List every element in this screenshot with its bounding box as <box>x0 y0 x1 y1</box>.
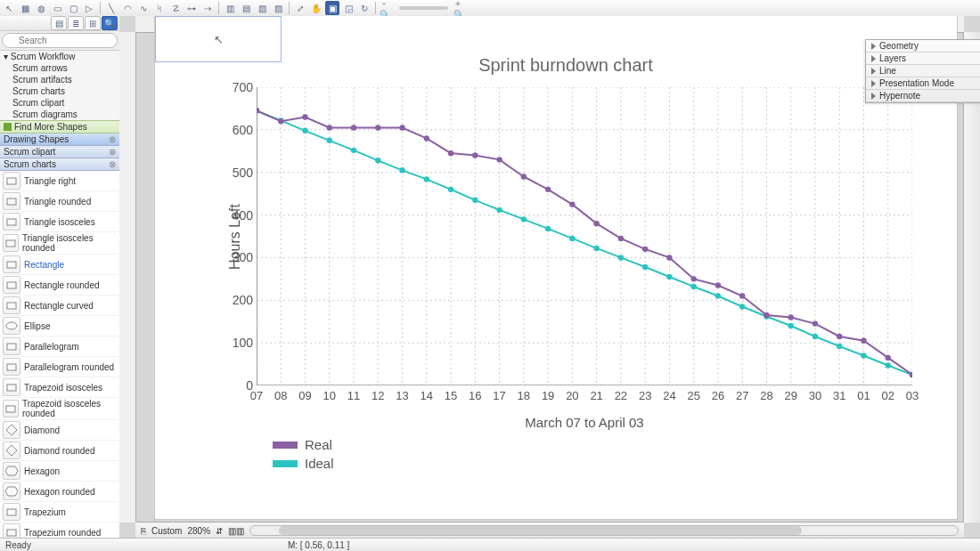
svg-point-63 <box>375 158 380 163</box>
refresh-icon[interactable]: ↻ <box>357 1 372 15</box>
free-icon[interactable]: ∿ <box>136 1 151 15</box>
vertical-scrollbar[interactable] <box>963 32 980 523</box>
close-icon[interactable]: ⊗ <box>109 134 116 144</box>
lib-header[interactable]: Scrum clipart⊗ <box>0 146 119 158</box>
inspector-row[interactable]: Geometry <box>866 40 980 53</box>
lib-header[interactable]: Drawing Shapes⊗ <box>0 134 119 146</box>
shape-label: Triangle right <box>24 176 76 186</box>
tree-item[interactable]: Scrum charts <box>0 85 119 97</box>
y-tick: 700 <box>233 80 257 94</box>
svg-point-100 <box>569 201 575 207</box>
align1-icon[interactable]: ▥ <box>223 1 237 15</box>
shape-label: Trapezium rounded <box>24 528 101 538</box>
stepper-icon[interactable]: ⇵ <box>216 526 223 536</box>
shape-item[interactable]: Trapezoid isosceles <box>0 377 119 398</box>
box-icon[interactable]: ▭ <box>50 1 64 15</box>
bezier-icon[interactable]: ☡ <box>168 1 183 15</box>
svg-rect-11 <box>6 406 15 412</box>
lib-tab-grid-icon[interactable]: ⊞ <box>85 16 101 30</box>
tree-item[interactable]: Scrum diagrams <box>0 109 119 120</box>
page-navigator[interactable]: ↖ <box>155 16 282 62</box>
inspector-row[interactable]: Hypernote <box>866 90 980 102</box>
shape-label: Triangle rounded <box>24 197 91 207</box>
globe-icon[interactable]: ◍ <box>34 1 48 15</box>
view-strip-icon[interactable]: ▥▥ <box>228 526 244 536</box>
y-tick: 100 <box>233 336 257 350</box>
zoom-mode[interactable]: Custom <box>151 526 182 536</box>
x-axis-label: March 07 to April 03 <box>257 415 912 430</box>
chevron-right-icon <box>871 80 876 87</box>
lib-tab-tree-icon[interactable]: ≣ <box>68 16 84 30</box>
tree-root[interactable]: ▾ Scrum Workflow <box>0 51 119 62</box>
inspector-row[interactable]: Layers <box>866 53 980 65</box>
align2-icon[interactable]: ▤ <box>239 1 253 15</box>
shape-icon <box>3 523 20 539</box>
status-ready: Ready <box>5 540 31 550</box>
x-tick: 18 <box>518 385 530 402</box>
shape-item[interactable]: Trapezoid isosceles rounded <box>0 398 119 420</box>
x-tick: 16 <box>469 385 481 402</box>
svg-point-67 <box>472 198 478 203</box>
drawing-paper[interactable]: Sprint burndown chart Hours Left March 0… <box>155 16 957 519</box>
lib-tab-search-icon[interactable]: 🔍 <box>102 16 118 30</box>
zoom-out-icon[interactable]: －🔍 <box>380 1 394 15</box>
shape-item[interactable]: Parallelogram <box>0 336 119 357</box>
node-icon[interactable]: ⊶ <box>184 1 199 15</box>
shape-item[interactable]: Rectangle curved <box>0 296 119 316</box>
box2-icon[interactable]: ▢ <box>66 1 80 15</box>
align3-icon[interactable]: ▧ <box>255 1 269 15</box>
shape-item[interactable]: Rectangle rounded <box>0 275 119 296</box>
svg-rect-16 <box>7 509 16 515</box>
pointer-icon[interactable]: ↖ <box>2 1 16 15</box>
find-more-shapes[interactable]: Find More Shapes <box>0 120 119 134</box>
shape-item[interactable]: Triangle isosceles rounded <box>0 232 119 255</box>
tree-item[interactable]: Scrum clipart <box>0 97 119 109</box>
play-icon[interactable]: ▷ <box>82 1 96 15</box>
inspector-row[interactable]: Presentation Mode <box>866 77 980 90</box>
connector-icon[interactable]: ⇢ <box>200 1 215 15</box>
page-switch-icon[interactable]: ⎘ <box>141 526 146 536</box>
shape-item[interactable]: Ellipse <box>0 316 119 336</box>
legend-item: Real <box>273 437 334 452</box>
shape-icon <box>3 317 20 335</box>
x-tick: 31 <box>833 385 845 402</box>
poly-icon[interactable]: ᛋ <box>152 1 167 15</box>
rect-select-icon[interactable]: ▦ <box>18 1 32 15</box>
shape-item[interactable]: Parallelogram rounded <box>0 357 119 377</box>
fill-icon[interactable]: ▣ <box>325 1 339 15</box>
inspector-label: Line <box>879 66 896 76</box>
pointer-cursor-icon: ↖ <box>156 17 281 61</box>
shape-item[interactable]: Trapezium rounded <box>0 523 119 539</box>
search-input[interactable] <box>2 33 118 48</box>
shape-item[interactable]: Triangle right <box>0 171 119 191</box>
close-icon[interactable]: ⊗ <box>109 147 116 157</box>
shape-item[interactable]: Rectangle <box>0 255 119 275</box>
zoom-pct[interactable]: 280% <box>187 526 210 536</box>
lib-header[interactable]: Scrum charts⊗ <box>0 158 119 171</box>
zoom-in-icon[interactable]: ＋🔍 <box>453 1 468 15</box>
shape-item[interactable]: Hexagon rounded <box>0 482 119 502</box>
shape-item[interactable]: Diamond <box>0 420 119 441</box>
line-icon[interactable]: ╲ <box>104 1 118 15</box>
inspector-row[interactable]: Line <box>866 65 980 77</box>
shape-item[interactable]: Triangle isosceles <box>0 212 119 232</box>
lib-tab-shapes-icon[interactable]: ▤ <box>51 16 67 30</box>
tree-item[interactable]: Scrum arrows <box>0 62 119 74</box>
tree-item[interactable]: Scrum artifacts <box>0 74 119 85</box>
arc-icon[interactable]: ◠ <box>120 1 135 15</box>
hand-icon[interactable]: ✋ <box>309 1 323 15</box>
align4-icon[interactable]: ▨ <box>271 1 285 15</box>
hscroll-track[interactable] <box>249 525 959 536</box>
shape-icon <box>3 296 20 314</box>
hscroll-thumb[interactable] <box>279 526 803 535</box>
shape-item[interactable]: Hexagon <box>0 461 119 482</box>
zoom-slider[interactable] <box>399 6 448 10</box>
shape-item[interactable]: Diamond rounded <box>0 441 119 461</box>
zoom-fit-icon[interactable]: ⤢ <box>293 1 307 15</box>
actual-icon[interactable]: ◲ <box>341 1 355 15</box>
left-panel: ▤ ≣ ⊞ 🔍 ▾ Scrum Workflow Scrum arrows Sc… <box>0 16 120 539</box>
inspector-label: Hypernote <box>879 91 920 101</box>
shape-item[interactable]: Triangle rounded <box>0 191 119 212</box>
shape-item[interactable]: Trapezium <box>0 502 119 523</box>
close-icon[interactable]: ⊗ <box>109 159 116 169</box>
